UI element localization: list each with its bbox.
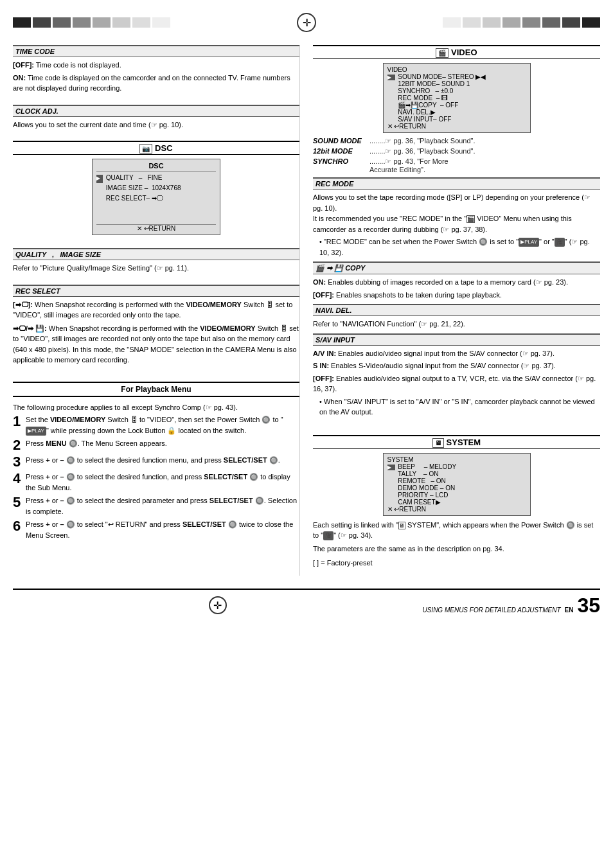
step-1-text: Set the VIDEO/MEMORY Switch 🎛 to "VIDEO"… — [26, 414, 299, 436]
right-bar-group — [443, 17, 600, 28]
video-section: 🎬 VIDEO VIDEO ▶ SOUND MODE– STEREO ▶◀ 12… — [313, 45, 600, 420]
rec-select-section: REC SELECT [➡🖵]: When Snapshot recording… — [13, 285, 299, 368]
page-footer: ✛ USING MENUS FOR DETAILED ADJUSTMENT EN… — [13, 589, 600, 617]
synchro-label: SYNCHRO — [313, 157, 364, 165]
system-menu-box: SYSTEM ▶ BEEP – MELODY TALLY – ON REMOTE… — [383, 453, 531, 516]
dsc-section: 📷 DSC DSC ▶ QUALITY – FINE IMAGE SIZE – … — [13, 141, 299, 239]
top-decorative-bars: ✛ — [13, 13, 600, 32]
dsc-menu-title: DSC — [96, 162, 216, 172]
clock-adj-section: CLOCK ADJ. Allows you to set the current… — [13, 105, 299, 132]
step-6-num: 6 — [13, 519, 23, 540]
quality-imagesize-text: Refer to "Picture Quality/Image Size Set… — [13, 263, 299, 274]
dsc-return: ✕ ↩RETURN — [96, 224, 216, 232]
time-code-on: ON: Time code is displayed on the camcor… — [13, 73, 299, 94]
clock-adj-text: Allows you to set the current date and t… — [13, 120, 299, 130]
video-navi: NAVI. DEL.▶ — [387, 109, 526, 116]
sav-off: [OFF]: Enables audio/video signal output… — [313, 373, 600, 394]
navi-del-title: NAVI. DEL. — [313, 304, 600, 316]
step-2-text: Press MENU 🔘. The Menu Screen appears. — [26, 438, 299, 452]
rec-mode-bullet: • "REC MODE" can be set when the Power S… — [313, 236, 600, 258]
video-copy: 🎬➡💾COPY – OFF — [387, 102, 526, 109]
rec-select-tape-text: [➡🖵]: When Snapshot recording is perform… — [13, 299, 299, 321]
step-3-text: Press + or – 🔘 to select the desired fun… — [26, 455, 299, 469]
video-sav-input: S/AV INPUT– OFF — [387, 116, 526, 123]
dsc-menu-box: DSC ▶ QUALITY – FINE IMAGE SIZE – 1024X7… — [92, 159, 220, 235]
system-section: 🖥 SYSTEM SYSTEM ▶ BEEP – MELODY TALLY – … — [313, 430, 600, 571]
copy-header: 🎬 ➡ 💾 COPY — [313, 261, 600, 274]
step-5: 5 Press + or – 🔘 to select the desired p… — [13, 495, 299, 517]
video-sound-mode: ▶ SOUND MODE– STEREO ▶◀ — [387, 73, 526, 80]
video-return: ✕ ↩RETURN — [387, 123, 526, 130]
system-cam-reset: CAM RESET▶ — [387, 499, 526, 506]
footer-right: USING MENUS FOR DETAILED ADJUSTMENT EN 3… — [422, 594, 600, 617]
video-rec-mode: REC MODE – 🎞 — [387, 94, 526, 102]
en-label: EN — [564, 607, 573, 614]
on-label: ON: — [13, 74, 26, 82]
dsc-imagesize-item: IMAGE SIZE – 1024X768 — [96, 183, 216, 193]
sav-s-in: S IN: Enables S-Video/audio signal input… — [313, 360, 600, 371]
step-2: 2 Press MENU 🔘. The Menu Screen appears. — [13, 438, 299, 452]
navi-del-text: Refer to "NAVIGATION Function" (☞ pg. 21… — [313, 319, 600, 330]
system-remote: REMOTE – ON — [387, 477, 526, 484]
video-12bit-mode: 12BIT MODE– SOUND 1 — [387, 80, 526, 87]
rec-mode-text: Allows you to set the tape recording mod… — [313, 192, 600, 235]
12bit-mode-item: 12bit MODE ........☞ pg. 36, "Playback S… — [313, 147, 600, 155]
playback-menu-section: For Playback Menu The following procedur… — [13, 376, 299, 544]
system-tally: TALLY – ON — [387, 470, 526, 477]
video-synchro: SYNCHRO – ±0.0 — [387, 87, 526, 94]
system-menu-title: SYSTEM — [387, 456, 526, 463]
system-desc1: Each setting is linked with "🖥 SYSTEM", … — [313, 520, 600, 541]
sound-mode-label: SOUND MODE — [313, 137, 364, 145]
synchro-item: SYNCHRO ........☞ pg. 43, "For MoreAccur… — [313, 157, 600, 173]
dsc-label: 📷 DSC — [13, 141, 299, 155]
step-1: 1 Set the VIDEO/MEMORY Switch 🎛 to "VIDE… — [13, 414, 299, 436]
time-code-section: TIME CODE [OFF]: Time code is not displa… — [13, 45, 299, 96]
step-3: 3 Press + or – 🔘 to select the desired f… — [13, 455, 299, 469]
system-beep: ▶ BEEP – MELODY — [387, 463, 526, 470]
compass-bottom: ✛ — [209, 596, 227, 614]
copy-off-text: [OFF]: Enables snapshots to be taken dur… — [313, 290, 600, 301]
step-4-num: 4 — [13, 472, 23, 493]
system-factory-preset: [ ] = Factory-preset — [313, 558, 600, 569]
step-3-num: 3 — [13, 455, 23, 469]
main-content: TIME CODE [OFF]: Time code is not displa… — [13, 45, 600, 576]
dsc-recselect-item: REC SELECT– ➡🖵 — [96, 193, 216, 204]
step-6: 6 Press + or – 🔘 to select "↩ RETURN" an… — [13, 519, 299, 540]
12bit-mode-label: 12bit MODE — [313, 147, 364, 155]
quality-imagesize-title: QUALITY , IMAGE SIZE — [13, 248, 299, 260]
system-demo: DEMO MODE – ON — [387, 484, 526, 492]
copy-on-text: ON: Enables dubbing of images recorded o… — [313, 277, 600, 288]
compass-icon-top: ✛ — [297, 13, 316, 32]
playback-intro: The following procedure applies to all e… — [13, 402, 299, 413]
video-menu-box: VIDEO ▶ SOUND MODE– STEREO ▶◀ 12BIT MODE… — [383, 63, 531, 133]
sav-bullet: • When "S/AV INPUT" is set to "A/V IN" o… — [313, 396, 600, 418]
time-code-title: TIME CODE — [13, 45, 299, 57]
video-section-header: 🎬 VIDEO — [313, 45, 600, 59]
step-1-num: 1 — [13, 414, 23, 436]
step-4: 4 Press + or – 🔘 to select the desired f… — [13, 472, 299, 493]
system-return: ✕ ↩RETURN — [387, 506, 526, 513]
left-column: TIME CODE [OFF]: Time code is not displa… — [13, 45, 300, 576]
step-6-text: Press + or – 🔘 to select "↩ RETURN" and … — [26, 519, 299, 540]
system-section-header: 🖥 SYSTEM — [313, 435, 600, 449]
sound-mode-desc: ........☞ pg. 36, "Playback Sound". — [369, 137, 475, 145]
playback-menu-header: For Playback Menu — [13, 382, 299, 397]
dsc-quality-item: ▶ QUALITY – FINE — [96, 173, 216, 183]
left-bar-group — [13, 17, 170, 28]
rec-mode-title: REC MODE — [313, 177, 600, 190]
system-desc2: The parameters are the same as in the de… — [313, 544, 600, 554]
rec-select-both-text: ➡🖵/➡ 💾: When Snapshot recording is perfo… — [13, 323, 299, 366]
sav-input-title: S/AV INPUT — [313, 333, 600, 346]
step-4-text: Press + or – 🔘 to select the desired fun… — [26, 472, 299, 493]
video-menu-title: VIDEO — [387, 66, 526, 73]
time-code-off: [OFF]: Time code is not displayed. — [13, 60, 299, 71]
system-priority: PRIORITY – LCD — [387, 492, 526, 499]
clock-adj-title: CLOCK ADJ. — [13, 105, 299, 117]
rec-select-title: REC SELECT — [13, 285, 299, 297]
step-5-num: 5 — [13, 495, 23, 517]
off-label: [OFF]: — [13, 61, 34, 69]
quality-imagesize-section: QUALITY , IMAGE SIZE Refer to "Picture Q… — [13, 248, 299, 276]
12bit-mode-desc: ........☞ pg. 36, "Playback Sound". — [369, 147, 475, 155]
synchro-desc: ........☞ pg. 43, "For MoreAccurate Edit… — [369, 157, 449, 173]
right-column: 🎬 VIDEO VIDEO ▶ SOUND MODE– STEREO ▶◀ 12… — [313, 45, 600, 576]
